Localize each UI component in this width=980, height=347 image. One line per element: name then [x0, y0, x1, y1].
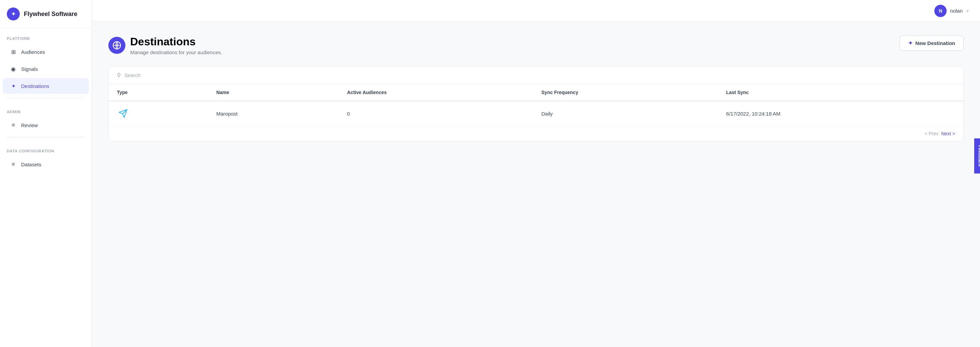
destinations-nav-icon: ✦: [10, 82, 17, 90]
sidebar-item-destinations[interactable]: ✦ Destinations: [3, 78, 89, 94]
signals-icon: ◉: [10, 65, 17, 73]
audiences-icon: ⊞: [10, 48, 17, 56]
new-destination-label: New Destination: [915, 40, 955, 46]
feedback-tab[interactable]: Feedback: [974, 138, 980, 174]
topbar: N nolan ∨: [92, 0, 980, 22]
logo-icon: ✦: [7, 8, 20, 21]
logo-symbol: ✦: [11, 10, 16, 18]
main-area: N nolan ∨ Destinations: [92, 0, 980, 347]
sidebar-item-signals-label: Signals: [21, 66, 38, 72]
sidebar-item-destinations-label: Destinations: [21, 83, 49, 89]
table-card: ⚲ Type Name Active Audiences Sync Freque…: [108, 66, 964, 142]
row-last-sync: 6/17/2022, 10:24:18 AM: [718, 101, 963, 126]
app-name: Flywheel Software: [24, 11, 77, 18]
sidebar-item-audiences[interactable]: ⊞ Audiences: [3, 44, 89, 60]
admin-section-label: Admin: [0, 102, 92, 116]
platform-section-label: Platform: [0, 28, 92, 43]
sidebar-item-audiences-label: Audiences: [21, 49, 45, 55]
data-config-section-label: Data Configuration: [0, 141, 92, 156]
sidebar-item-signals[interactable]: ◉ Signals: [3, 61, 89, 77]
svg-point-3: [116, 45, 118, 46]
destinations-table: Type Name Active Audiences Sync Frequenc…: [109, 84, 963, 126]
sidebar-item-datasets-label: Datasets: [21, 162, 41, 167]
search-bar: ⚲: [109, 67, 963, 84]
page-title-icon: [108, 37, 126, 54]
user-name: nolan: [950, 8, 963, 14]
feedback-label: Feedback: [978, 145, 980, 167]
row-name: Maropost: [208, 101, 339, 126]
row-type-icon: [109, 101, 208, 126]
col-last-sync: Last Sync: [718, 84, 963, 101]
col-sync-frequency: Sync Frequency: [533, 84, 718, 101]
page-subtitle: Manage destinations for your audiences.: [130, 49, 222, 55]
table-row[interactable]: Maropost 0 Daily 6/17/2022, 10:24:18 AM: [109, 101, 963, 126]
col-active-audiences: Active Audiences: [339, 84, 533, 101]
sidebar-divider-1: [7, 98, 85, 98]
sidebar-item-datasets[interactable]: ≡ Datasets: [3, 156, 89, 172]
new-destination-button[interactable]: ✦ New Destination: [900, 35, 964, 51]
new-destination-icon: ✦: [908, 40, 913, 46]
review-icon: ≡: [10, 121, 17, 129]
chevron-down-icon: ∨: [966, 8, 969, 13]
datasets-icon: ≡: [10, 161, 17, 168]
prev-button: < Prev: [924, 131, 939, 136]
user-menu[interactable]: N nolan ∨: [934, 5, 969, 17]
sidebar-divider-2: [7, 137, 85, 137]
sidebar-logo: ✦ Flywheel Software: [0, 0, 92, 28]
col-name: Name: [208, 84, 339, 101]
page-title-section: Destinations Manage destinations for you…: [108, 35, 222, 55]
user-avatar: N: [934, 5, 947, 17]
next-button[interactable]: Next >: [941, 131, 955, 136]
sidebar: ✦ Flywheel Software Platform ⊞ Audiences…: [0, 0, 92, 347]
maropost-icon-container: [117, 107, 129, 119]
search-input[interactable]: [124, 72, 955, 78]
row-active-audiences: 0: [339, 101, 533, 126]
content-area: Destinations Manage destinations for you…: [92, 22, 980, 347]
col-type: Type: [109, 84, 208, 101]
page-title: Destinations: [130, 35, 222, 48]
search-icon: ⚲: [117, 72, 121, 78]
row-sync-frequency: Daily: [533, 101, 718, 126]
page-header: Destinations Manage destinations for you…: [108, 35, 964, 55]
pagination: < Prev Next >: [109, 126, 963, 141]
sidebar-item-review[interactable]: ≡ Review: [3, 117, 89, 133]
page-title-text: Destinations Manage destinations for you…: [130, 35, 222, 55]
table-header-row: Type Name Active Audiences Sync Frequenc…: [109, 84, 963, 101]
sidebar-item-review-label: Review: [21, 123, 38, 128]
